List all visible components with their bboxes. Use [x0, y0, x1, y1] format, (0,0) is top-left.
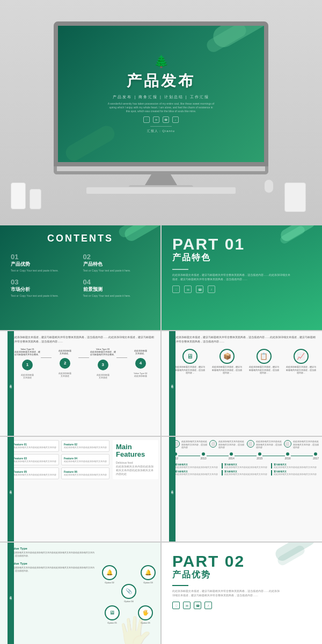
feat-card-text-2: 此处添加相关文本内容此处添加相关文本内容 [64, 446, 107, 449]
year-label-2014: 2014 [229, 457, 235, 460]
year-timeline: 2012 2013 2014 2015 [172, 452, 319, 460]
tg-bot-text-6: 此处添加相关文本内容此处添加相关文本内容 [274, 473, 319, 475]
contents-label-4: 前景预测 [83, 286, 150, 293]
icon-feat-3: 📋 此处添加标题文本描述，建议与标题相关内容文本描述，适当描述内容… [248, 349, 280, 375]
year-label-2013: 2013 [200, 457, 206, 460]
side-tag-text-6: 产品特色 [171, 488, 174, 491]
feature-card-6: Feature 06 此处添加相关文本内容此处添加相关文本内容 [61, 467, 109, 479]
tg-bot-4: 置与标相关文 此处添加相关文本内容此处添加相关文本内容 [172, 470, 220, 475]
part01-number: PART 01 [172, 236, 245, 252]
option-02-label: Option 02 [105, 581, 114, 584]
slide7-inner: Value Type 此处添加相关文本内容此处添加相关文本内容此处添加相关文本内… [9, 543, 160, 644]
tg-bot-3: 置与标相关文 此处添加相关文本内容此处添加相关文本内容 [271, 463, 319, 469]
slide6-inner: ⬜ 此处添加相关文本内容此处添加相关文本内容，适当描述内容 ⬜ 此处添加相关文本… [170, 437, 322, 475]
year-line-2 [207, 456, 229, 456]
monitor-screen: 🌲 产品发布 产品发布 | 商务汇报 | 计划总结 | 工作汇报 A wonde… [58, 26, 264, 162]
tg-bot-text-4: 此处添加相关文本内容此处添加相关文本内容 [175, 473, 220, 475]
part02-icon-1[interactable]: ♡ [172, 602, 180, 609]
tg-bot-1: 置与标相关文 此处添加相关文本内容此处添加相关文本内容 [172, 463, 220, 469]
tl-circle-3: 3 [98, 360, 108, 370]
vo-right-panel: 🖐 🔔 Option 02 🔔 Option 03 📎 [99, 547, 158, 644]
option-04-circle: 📎 [121, 584, 136, 599]
slide4-desc: 此处添加标题文本描述，建议与标题相关并符合整体页面风格，适当描述内容……此处添加… [173, 335, 318, 343]
tg-text-4: 此处添加相关文本内容此处添加相关文本内容，适当描述内容 [293, 440, 319, 449]
vo-left-panel: Value Type 此处添加相关文本内容此处添加相关文本内容此处添加相关文本内… [11, 547, 95, 644]
part01-title: 产品特色 [172, 252, 211, 264]
part02-icon-2[interactable]: ✉ [183, 602, 191, 609]
monitor-screen-wrapper: 🌲 产品发布 产品发布 | 商务汇报 | 计划总结 | 工作汇报 A wonde… [54, 21, 268, 166]
part02-title: 产品优势 [172, 569, 211, 581]
contents-item-2: 02 产品特色 Text or Copy Your text and paste… [83, 253, 150, 273]
contents-num-3: 03 [11, 278, 78, 286]
tg-item-1: ⬜ 此处添加相关文本内容此处添加相关文本内容，适当描述内容 [172, 440, 207, 449]
tg-bottom: 置与标相关文 此处添加相关文本内容此处添加相关文本内容 置与标相关文 此处添加相… [172, 463, 319, 475]
timeline-row: Value Type 01此处添加标题文本描述，建议与标题相关并符合整体。 1 … [12, 348, 156, 379]
year-2016: 2016 [285, 452, 291, 460]
feat-card-text-4: 此处添加相关文本内容此处添加相关文本内容 [64, 460, 107, 463]
screen-icon-3[interactable]: ☎ [163, 116, 169, 123]
year-dot-2013 [202, 452, 205, 456]
option-05-circle: 🖥 [105, 605, 120, 620]
option-05: 🖥 Option 05 [105, 605, 120, 624]
slide3-desc: 此处添加标题文本描述，建议与标题相关并符合整体页面风格，适当描述内容……此处添加… [12, 335, 156, 343]
contents-num-2: 02 [83, 253, 150, 261]
contents-items-list: 01 产品优势 Text or Copy Your text and paste… [9, 253, 152, 297]
feature-card-1: Feature 01 此处添加相关文本内容此处添加相关文本内容 [11, 440, 59, 452]
option-06-circle: 🖐 [138, 605, 153, 620]
monitor-base-outer [54, 166, 268, 174]
monitor-stand-top [145, 174, 177, 185]
feat-card-text-6: 此处添加相关文本内容此处添加相关文本内容 [64, 473, 107, 476]
timeline-item-3: Value Type 03此处添加标题文本描述，建议与标题相关并符合整体。 3 … [90, 348, 116, 379]
tg-text-1: 此处添加相关文本内容此处添加相关文本内容，适当描述内容 [181, 440, 207, 449]
vo-label-2: Value Type [11, 562, 95, 565]
tl-bot-3: 此处添加标题文本描述 [97, 374, 109, 379]
part01-icon-3[interactable]: ☎ [196, 286, 203, 293]
tg-bot-6: 置与标相关文 此处添加相关文本内容此处添加相关文本内容 [271, 470, 319, 475]
part02-icon-3[interactable]: ☎ [194, 602, 201, 609]
tg-text-2: 此处添加相关文本内容此处添加相关文本内容，适当描述内容 [218, 440, 244, 449]
side-tag-text-4: 产品特色 [171, 383, 174, 385]
icons-feature-row: 🖥 此处添加标题文本描述，建议与标题相关内容文本描述，适当描述内容… 📦 此处添… [173, 349, 318, 375]
screen-desc: A wonderful serenity has taken possessio… [107, 102, 215, 113]
screen-icon-1[interactable]: ♡ [143, 116, 150, 123]
tl-circle-1: 1 [22, 360, 33, 370]
slide3-inner: 此处添加标题文本描述，建议与标题相关并符合整体页面风格，适当描述内容……此处添加… [9, 331, 160, 379]
part01-text: 此处添加标题文本描述，建议与标题相关并符合整体页面风格，适当描述内容……此处添加… [172, 273, 290, 281]
feature-cards-grid: Feature 01 此处添加相关文本内容此处添加相关文本内容 Feature … [11, 440, 109, 479]
part01-icon-2[interactable]: ✉ [184, 286, 192, 293]
icon-feat-1: 🖥 此处添加标题文本描述，建议与标题相关内容文本描述，适当描述内容… [174, 349, 206, 375]
slide-icons-feature: 产品特色 此处添加标题文本描述，建议与标题相关并符合整体页面风格，适当描述内容…… [162, 331, 322, 436]
option-02-circle: 🔔 [102, 565, 117, 580]
screen-icon-4[interactable]: ♪ [172, 116, 179, 123]
icon-feat-circle-4: 📈 [294, 349, 309, 364]
part01-icon-4[interactable]: ♪ [208, 286, 215, 293]
tl-circle-2: 2 [60, 358, 70, 369]
feature-card-2: Feature 02 此处添加相关文本内容此处添加相关文本内容 [61, 440, 109, 452]
year-dot-2016 [286, 452, 289, 456]
feat-card-text-1: 此处添加相关文本内容此处添加相关文本内容 [13, 446, 56, 449]
slide-timeline-grid: 产品特色 ⬜ 此处添加相关文本内容此处添加相关文本内容，适当描述内容 ⬜ 此处添… [162, 437, 322, 541]
screen-icon-2[interactable]: ✉ [153, 116, 159, 123]
tl-connector-3 [116, 357, 127, 358]
year-2013: 2013 [200, 452, 206, 460]
part02-icon-4[interactable]: ♪ [204, 602, 212, 609]
screen-divider [150, 126, 172, 127]
icon-feat-circle-3: 📋 [257, 349, 272, 364]
tg-bot-2: 置与标相关文 此处添加相关文本内容此处添加相关文本内容 [222, 463, 269, 469]
part01-icon-1[interactable]: ♡ [172, 286, 180, 293]
feat-card-text-3: 此处添加相关文本内容此处添加相关文本内容 [13, 460, 56, 463]
icon-feat-text-2: 此处添加标题文本描述，建议与标题相关内容文本描述，适当描述内容… [211, 365, 243, 375]
year-line-3 [235, 456, 257, 456]
year-line-1 [178, 456, 200, 456]
option-03-circle: 🔔 [141, 565, 156, 580]
tg-item-2: ⬜ 此处添加相关文本内容此处添加相关文本内容，适当描述内容 [209, 440, 244, 449]
feature-card-3: Feature 03 此处添加相关文本内容此处添加相关文本内容 [11, 454, 59, 466]
icon-feat-2: 📦 此处添加标题文本描述，建议与标题相关内容文本描述，适当描述内容… [211, 349, 243, 375]
timeline-item-4: 此处添加标题文本描述。 4 Value Type 04此处添加标题 [127, 349, 154, 378]
tg-item-4: ⬜ 此处添加相关文本内容此处添加相关文本内容，适当描述内容 [284, 440, 319, 449]
tg-item-3: ⬜ 此处添加相关文本内容此处添加相关文本内容，适当描述内容 [247, 440, 282, 449]
main-features-sub: Delicious food此处添加相关文本内容此处添加相关文本内容此处添加相关… [116, 461, 155, 476]
tl-top-4: 此处添加标题文本描述。 [134, 349, 147, 355]
part02-divider [172, 585, 188, 586]
tg-bot-text-3: 此处添加相关文本内容此处添加相关文本内容 [274, 466, 319, 469]
